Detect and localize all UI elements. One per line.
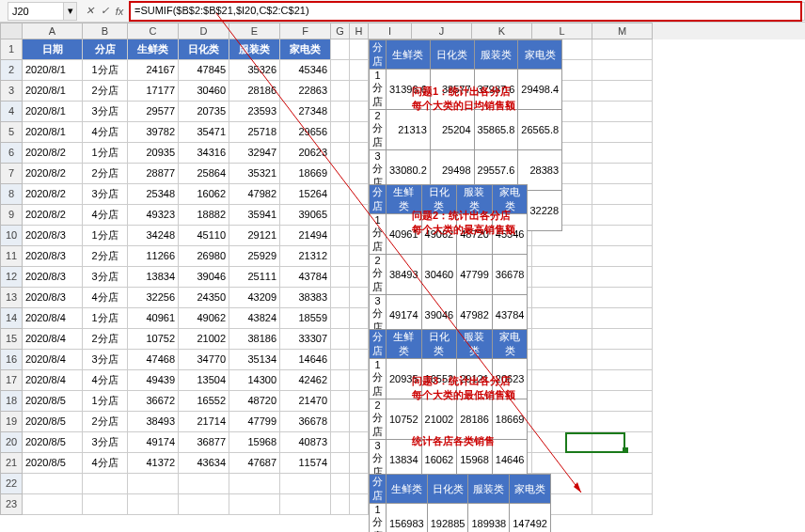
cell[interactable]: 2分店 (83, 246, 128, 267)
cell[interactable] (350, 226, 369, 246)
cell[interactable] (532, 412, 592, 432)
cell[interactable] (592, 81, 653, 102)
row-header-20[interactable]: 20 (0, 432, 23, 453)
cell[interactable]: 2分店 (83, 329, 128, 350)
row-header-3[interactable]: 3 (0, 81, 23, 102)
table-cell[interactable]: 20623 (492, 359, 528, 399)
cell[interactable]: 22863 (280, 81, 331, 102)
cell[interactable]: 21714 (179, 412, 229, 432)
cell[interactable] (532, 350, 592, 370)
cell[interactable]: 11266 (128, 246, 179, 267)
cell[interactable] (532, 432, 592, 453)
cell[interactable] (350, 329, 369, 350)
cell[interactable] (229, 494, 280, 515)
cell[interactable]: 49062 (179, 308, 229, 329)
table-cell[interactable]: 156983 (387, 504, 428, 533)
cell[interactable]: 34248 (128, 226, 179, 246)
row-header-17[interactable]: 17 (0, 370, 23, 391)
table-cell[interactable]: 30460 (421, 255, 457, 295)
table-cell[interactable]: 21002 (421, 399, 457, 440)
cell[interactable]: 38493 (128, 412, 179, 432)
cell[interactable]: 32256 (128, 288, 179, 308)
cell[interactable]: 2020/8/4 (23, 350, 83, 370)
fx-icon[interactable]: fx (113, 5, 126, 18)
cell[interactable]: 2020/8/3 (23, 267, 83, 288)
cell[interactable]: 24350 (179, 288, 229, 308)
cell[interactable] (592, 143, 653, 164)
cell[interactable]: 18882 (179, 205, 229, 226)
cell[interactable]: 2分店 (83, 164, 128, 184)
table-cell[interactable]: 38493 (387, 255, 422, 295)
cell[interactable]: 日化类 (179, 39, 229, 60)
cell[interactable] (592, 391, 653, 412)
cell[interactable]: 21470 (280, 391, 331, 412)
cell[interactable]: 1分店 (83, 60, 128, 81)
cell[interactable] (179, 494, 229, 515)
col-header-L[interactable]: L (532, 23, 592, 39)
cell[interactable]: 25929 (229, 246, 280, 267)
cell[interactable] (331, 246, 350, 267)
cell[interactable] (331, 39, 350, 60)
cell[interactable]: 36678 (280, 412, 331, 432)
cell[interactable] (331, 329, 350, 350)
row-header-23[interactable]: 23 (0, 494, 23, 515)
cell[interactable] (592, 412, 653, 432)
cell[interactable]: 14646 (280, 350, 331, 370)
cell[interactable]: 2分店 (83, 81, 128, 102)
cell[interactable]: 35471 (179, 122, 229, 143)
cell[interactable]: 36877 (179, 432, 229, 453)
table-cell[interactable]: 45346 (492, 214, 528, 255)
cell[interactable] (331, 350, 350, 370)
table-cell[interactable]: 29121 (457, 359, 493, 399)
cell[interactable] (592, 184, 653, 205)
cell[interactable]: 49439 (128, 370, 179, 391)
row-header-21[interactable]: 21 (0, 453, 23, 474)
cell[interactable]: 27348 (280, 102, 331, 122)
col-header-A[interactable]: A (23, 23, 83, 39)
cell[interactable] (331, 164, 350, 184)
cell[interactable]: 28877 (128, 164, 179, 184)
cell[interactable]: 20623 (280, 143, 331, 164)
cell[interactable] (592, 267, 653, 288)
cell[interactable] (23, 474, 83, 494)
table-cell[interactable]: 35865.8 (474, 110, 518, 150)
cell[interactable]: 1分店 (83, 143, 128, 164)
cell[interactable] (592, 350, 653, 370)
cell[interactable] (350, 122, 369, 143)
cell[interactable]: 2020/8/5 (23, 432, 83, 453)
col-header-H[interactable]: H (350, 23, 369, 39)
cell[interactable] (592, 122, 653, 143)
cell[interactable]: 21494 (280, 226, 331, 246)
cell[interactable] (331, 184, 350, 205)
cell[interactable]: 16062 (179, 184, 229, 205)
col-header-K[interactable]: K (472, 23, 532, 39)
table-cell[interactable]: 147492 (510, 504, 551, 533)
cell[interactable]: 2020/8/3 (23, 246, 83, 267)
cell[interactable]: 3分店 (83, 432, 128, 453)
cell[interactable] (532, 370, 592, 391)
cell[interactable]: 41372 (128, 453, 179, 474)
row-header-19[interactable]: 19 (0, 412, 23, 432)
table-cell[interactable]: 1分店 (370, 70, 387, 110)
table-cell[interactable]: 28186 (457, 399, 493, 440)
cell[interactable]: 4分店 (83, 122, 128, 143)
cell[interactable]: 18559 (280, 308, 331, 329)
cell[interactable]: 2020/8/1 (23, 60, 83, 81)
cell[interactable]: 47982 (229, 184, 280, 205)
cell[interactable]: 42462 (280, 370, 331, 391)
table-cell[interactable]: 25204 (430, 110, 474, 150)
table-cell[interactable]: 26565.8 (518, 110, 562, 150)
cell[interactable]: 34770 (179, 350, 229, 370)
cell[interactable]: 40961 (128, 308, 179, 329)
cell[interactable] (350, 308, 369, 329)
cell[interactable] (331, 474, 350, 494)
cell[interactable]: 43209 (229, 288, 280, 308)
cell[interactable] (128, 494, 179, 515)
cancel-icon[interactable]: ✕ (83, 5, 96, 18)
cell[interactable] (350, 60, 369, 81)
cell[interactable] (592, 329, 653, 350)
cell[interactable]: 24167 (128, 60, 179, 81)
cell[interactable] (280, 474, 331, 494)
cell[interactable] (592, 164, 653, 184)
cell[interactable] (592, 102, 653, 122)
